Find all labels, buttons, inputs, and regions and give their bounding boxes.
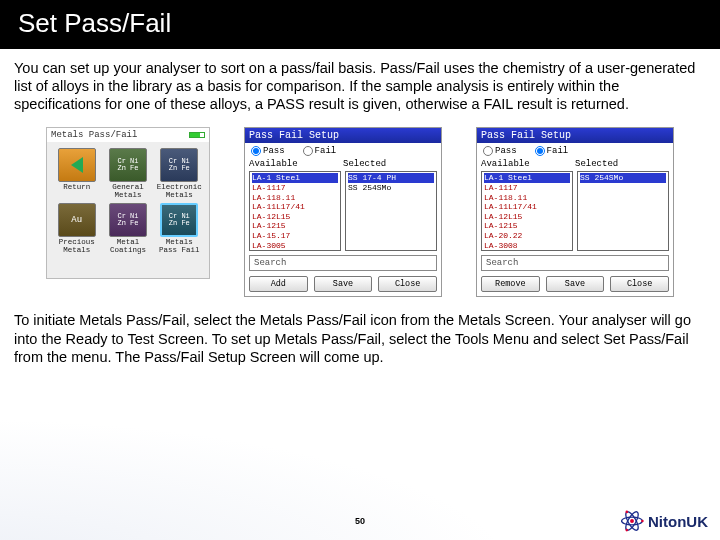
list-item[interactable]: LA-20.22 — [484, 231, 570, 241]
return-label: Return — [63, 184, 90, 192]
metals-passfail-button[interactable]: Cr NiZn Fe Metals Pass Fail — [156, 203, 203, 254]
available-list[interactable]: LA-1 Steel LA-1117 LA-118.11 LA-11L17/41… — [481, 171, 573, 251]
passfail-setup-pass-panel: Pass Fail Setup Pass Fail Available Sele… — [244, 127, 442, 297]
slide-title: Set Pass/Fail — [0, 0, 720, 49]
svg-point-6 — [626, 529, 629, 532]
metal-coatings-label: Metal Coatings — [104, 239, 151, 254]
atom-icon — [619, 508, 645, 534]
list-item[interactable]: LA-1117 — [252, 183, 338, 193]
screenshots-row: Metals Pass/Fail Return Cr NiZn Fe Gener… — [0, 121, 720, 301]
electronic-metals-label: Electronic Metals — [156, 184, 203, 199]
list-item[interactable]: LA-1308/40/41 — [484, 250, 570, 251]
general-metals-label: General Metals — [104, 184, 151, 199]
precious-metals-button[interactable]: Au Precious Metals — [53, 203, 100, 254]
save-button[interactable]: Save — [546, 276, 605, 292]
device-screen-title: Metals Pass/Fail — [51, 130, 137, 140]
fail-radio-label: Fail — [315, 146, 337, 156]
fail-radio[interactable]: Fail — [535, 146, 569, 156]
logo-text: NitonUK — [648, 513, 708, 530]
svg-point-4 — [641, 520, 644, 523]
precious-metals-label: Precious Metals — [53, 239, 100, 254]
list-item[interactable]: LA-1 Steel — [484, 173, 570, 183]
panel-title: Pass Fail Setup — [245, 128, 441, 143]
selected-header: Selected — [343, 159, 437, 169]
list-item[interactable]: LA-12L15 — [484, 212, 570, 222]
list-item[interactable]: LA-11L17/41 — [484, 202, 570, 212]
list-item[interactable]: LA-1117 — [484, 183, 570, 193]
list-item[interactable]: LA-11L17/41 — [252, 202, 338, 212]
list-item[interactable]: LA-3008 — [484, 241, 570, 251]
electronic-metals-button[interactable]: Cr NiZn Fe Electronic Metals — [156, 148, 203, 199]
list-item[interactable]: LA-1215 — [484, 221, 570, 231]
list-item[interactable]: LA-118.11 — [484, 193, 570, 203]
list-item[interactable]: LA-12L15 — [252, 212, 338, 222]
pass-radio-label: Pass — [263, 146, 285, 156]
available-header: Available — [481, 159, 575, 169]
metals-menu-screen: Metals Pass/Fail Return Cr NiZn Fe Gener… — [46, 127, 210, 279]
available-header: Available — [249, 159, 343, 169]
list-item[interactable]: LA-1215 — [252, 221, 338, 231]
list-item[interactable]: SS 254SMo — [348, 183, 434, 193]
add-button[interactable]: Add — [249, 276, 308, 292]
remove-button[interactable]: Remove — [481, 276, 540, 292]
page-number: 50 — [355, 516, 365, 526]
selected-header: Selected — [575, 159, 669, 169]
instructions-paragraph: To initiate Metals Pass/Fail, select the… — [0, 301, 720, 373]
intro-paragraph: You can set up your analyser to sort on … — [0, 49, 720, 121]
search-input[interactable]: Search — [249, 255, 437, 271]
close-button[interactable]: Close — [610, 276, 669, 292]
panel-title: Pass Fail Setup — [477, 128, 673, 143]
pass-radio[interactable]: Pass — [251, 146, 285, 156]
list-item[interactable]: LA-118.11 — [252, 193, 338, 203]
list-item[interactable]: SS 254SMo — [580, 173, 666, 183]
list-item[interactable]: LA-1008/40/41 — [252, 250, 338, 251]
fail-radio[interactable]: Fail — [303, 146, 337, 156]
pass-radio-label: Pass — [495, 146, 517, 156]
close-button[interactable]: Close — [378, 276, 437, 292]
return-icon-button[interactable]: Return — [53, 148, 100, 199]
list-item[interactable]: LA-1 Steel — [252, 173, 338, 183]
list-item[interactable]: LA-3005 — [252, 241, 338, 251]
fail-radio-label: Fail — [547, 146, 569, 156]
selected-list[interactable]: SS 254SMo — [577, 171, 669, 251]
search-input[interactable]: Search — [481, 255, 669, 271]
list-item[interactable]: SS 17-4 PH — [348, 173, 434, 183]
battery-icon — [189, 132, 205, 138]
metal-coatings-button[interactable]: Cr NiZn Fe Metal Coatings — [104, 203, 151, 254]
save-button[interactable]: Save — [314, 276, 373, 292]
metals-passfail-label: Metals Pass Fail — [156, 239, 203, 254]
svg-point-5 — [626, 511, 629, 514]
general-metals-button[interactable]: Cr NiZn Fe General Metals — [104, 148, 151, 199]
nitonuk-logo: NitonUK — [619, 508, 708, 534]
list-item[interactable]: LA-15.17 — [252, 231, 338, 241]
svg-point-3 — [630, 519, 634, 523]
pass-radio[interactable]: Pass — [483, 146, 517, 156]
selected-list[interactable]: SS 17-4 PH SS 254SMo — [345, 171, 437, 251]
available-list[interactable]: LA-1 Steel LA-1117 LA-118.11 LA-11L17/41… — [249, 171, 341, 251]
passfail-setup-fail-panel: Pass Fail Setup Pass Fail Available Sele… — [476, 127, 674, 297]
